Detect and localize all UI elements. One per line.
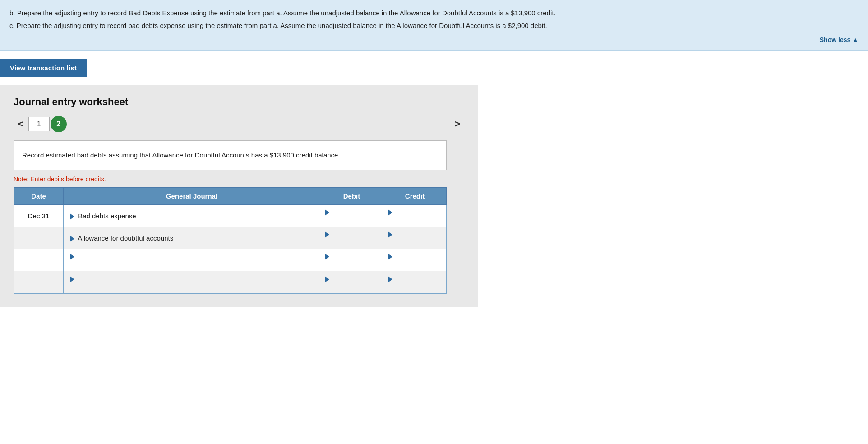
- table-row: [14, 271, 447, 293]
- row1-credit-input[interactable]: [388, 216, 442, 223]
- row1-credit-indicator: [388, 209, 392, 216]
- row3-entry-indicator: [70, 254, 74, 260]
- next-tab-button[interactable]: >: [450, 119, 465, 129]
- row2-credit[interactable]: [383, 227, 447, 249]
- journal-table: Date General Journal Debit Credit Dec 31…: [14, 187, 447, 293]
- row2-credit-input[interactable]: [388, 238, 442, 245]
- row2-entry-indicator: [70, 236, 74, 242]
- worksheet-title: Journal entry worksheet: [14, 96, 465, 108]
- col-header-credit: Credit: [383, 188, 447, 205]
- row3-debit-indicator: [325, 254, 329, 260]
- row4-debit-indicator: [325, 276, 329, 282]
- tab-2[interactable]: 2: [51, 116, 67, 132]
- row2-entry-text: Allowance for doubtful accounts: [78, 234, 173, 242]
- row2-credit-indicator: [388, 231, 392, 238]
- row2-debit-indicator: [325, 231, 329, 238]
- row3-credit[interactable]: [383, 249, 447, 271]
- part-c-text: c. Prepare the adjusting entry to record…: [9, 20, 859, 31]
- info-box: b. Prepare the adjusting entry to record…: [0, 0, 868, 51]
- row2-entry: Allowance for doubtful accounts: [64, 227, 320, 249]
- row1-date: Dec 31: [14, 205, 64, 227]
- row4-credit[interactable]: [383, 271, 447, 293]
- row4-credit-indicator: [388, 276, 392, 282]
- row4-debit[interactable]: [320, 271, 383, 293]
- row4-date: [14, 271, 64, 293]
- col-header-date: Date: [14, 188, 64, 205]
- worksheet-container: Journal entry worksheet < 1 2 > Record e…: [0, 85, 478, 307]
- tab-navigation: < 1 2 >: [14, 116, 465, 132]
- col-header-debit: Debit: [320, 188, 383, 205]
- row3-debit-input[interactable]: [325, 260, 379, 268]
- row1-entry-text: Bad debts expense: [78, 212, 136, 220]
- row3-credit-input[interactable]: [388, 260, 442, 268]
- row3-credit-indicator: [388, 254, 392, 260]
- row3-entry-input[interactable]: [70, 260, 315, 268]
- table-row: Allowance for doubtful accounts: [14, 227, 447, 249]
- row4-credit-input[interactable]: [388, 282, 442, 290]
- row1-credit[interactable]: [383, 205, 447, 227]
- row4-debit-input[interactable]: [325, 282, 379, 290]
- row1-entry-indicator: [70, 213, 74, 220]
- row3-entry[interactable]: [64, 249, 320, 271]
- row1-entry: Bad debts expense: [64, 205, 320, 227]
- row1-debit-indicator: [325, 209, 329, 216]
- part-b-text: b. Prepare the adjusting entry to record…: [9, 8, 859, 18]
- row4-entry-input[interactable]: [70, 282, 315, 290]
- table-row: [14, 249, 447, 271]
- table-row: Dec 31 Bad debts expense: [14, 205, 447, 227]
- row2-date: [14, 227, 64, 249]
- tab-1[interactable]: 1: [28, 117, 50, 131]
- description-text: Record estimated bad debts assuming that…: [22, 151, 340, 159]
- description-box: Record estimated bad debts assuming that…: [14, 140, 447, 170]
- show-less-button[interactable]: Show less ▲: [9, 35, 859, 45]
- row4-entry[interactable]: [64, 271, 320, 293]
- note-text: Note: Enter debits before credits.: [14, 176, 465, 183]
- view-transaction-button[interactable]: View transaction list: [0, 59, 87, 77]
- row2-debit-input[interactable]: [325, 238, 379, 245]
- row3-date: [14, 249, 64, 271]
- col-header-general-journal: General Journal: [64, 188, 320, 205]
- row3-debit[interactable]: [320, 249, 383, 271]
- prev-tab-button[interactable]: <: [14, 119, 28, 129]
- row2-debit[interactable]: [320, 227, 383, 249]
- row1-debit-input[interactable]: [325, 216, 379, 223]
- row4-entry-indicator: [70, 276, 74, 282]
- row1-debit[interactable]: [320, 205, 383, 227]
